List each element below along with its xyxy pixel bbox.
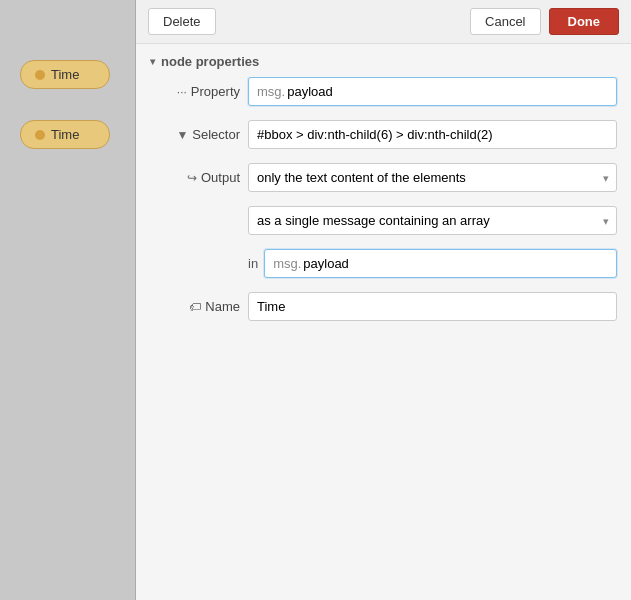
selector-input[interactable] bbox=[248, 120, 617, 149]
toolbar-right: Cancel Done bbox=[470, 8, 619, 35]
message-type-select-wrapper: as a single message containing an array … bbox=[248, 206, 617, 235]
output-type-select[interactable]: only the text content of the elements on… bbox=[248, 163, 617, 192]
name-row: 🏷 Name bbox=[150, 292, 617, 321]
selector-label: ▼ Selector bbox=[150, 127, 240, 142]
node-label-1: Time bbox=[51, 67, 79, 82]
output-row: ↪ Output only the text content of the el… bbox=[150, 163, 617, 192]
done-button[interactable]: Done bbox=[549, 8, 620, 35]
in-label: in bbox=[248, 256, 258, 271]
selector-row: ▼ Selector bbox=[150, 120, 617, 149]
delete-button[interactable]: Delete bbox=[148, 8, 216, 35]
output-type-select-wrapper: only the text content of the elements on… bbox=[248, 163, 617, 192]
in-input-wrapper: msg. bbox=[264, 249, 617, 278]
section-title: node properties bbox=[161, 54, 259, 69]
name-icon: 🏷 bbox=[189, 300, 201, 314]
node-dot-2 bbox=[35, 130, 45, 140]
property-input[interactable] bbox=[287, 78, 608, 105]
node-time-2[interactable]: Time bbox=[20, 120, 110, 149]
node-label-2: Time bbox=[51, 127, 79, 142]
in-row: in msg. bbox=[248, 249, 617, 278]
name-input[interactable] bbox=[248, 292, 617, 321]
property-row: ··· Property msg. bbox=[150, 77, 617, 106]
output-label: ↪ Output bbox=[150, 170, 240, 185]
output-message-row: as a single message containing an array … bbox=[150, 206, 617, 235]
in-prefix: msg. bbox=[273, 256, 301, 271]
output-icon: ↪ bbox=[187, 171, 197, 185]
toolbar-left: Delete bbox=[148, 8, 216, 35]
name-label: 🏷 Name bbox=[150, 299, 240, 314]
canvas-area: Time Time bbox=[0, 0, 135, 600]
selector-icon: ▼ bbox=[176, 128, 188, 142]
property-prefix: msg. bbox=[257, 84, 285, 99]
in-input[interactable] bbox=[303, 250, 608, 277]
toolbar: Delete Cancel Done bbox=[136, 0, 631, 44]
chevron-icon: ▾ bbox=[150, 56, 155, 67]
form-area: ··· Property msg. ▼ Selector ↪ Output bbox=[136, 77, 631, 600]
properties-panel: Delete Cancel Done ▾ node properties ···… bbox=[136, 0, 631, 600]
property-icon: ··· bbox=[177, 85, 187, 99]
property-input-wrapper: msg. bbox=[248, 77, 617, 106]
cancel-button[interactable]: Cancel bbox=[470, 8, 540, 35]
node-dot-1 bbox=[35, 70, 45, 80]
section-header[interactable]: ▾ node properties bbox=[136, 44, 631, 77]
node-time-1[interactable]: Time bbox=[20, 60, 110, 89]
message-type-select[interactable]: as a single message containing an array … bbox=[248, 206, 617, 235]
property-label: ··· Property bbox=[150, 84, 240, 99]
